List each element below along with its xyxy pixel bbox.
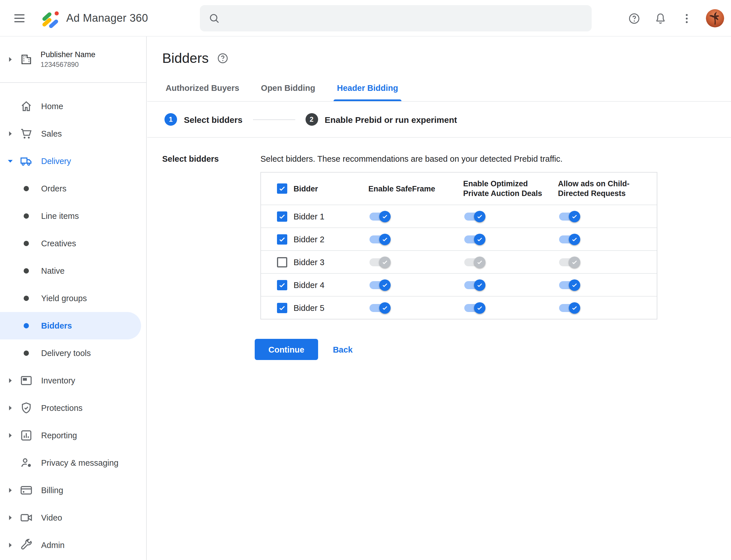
step-connector: [253, 119, 295, 120]
toggle-optimized-private-auction-deals[interactable]: [464, 258, 484, 266]
menu-icon[interactable]: [7, 5, 32, 31]
toggle-thumb-check-icon: [474, 302, 485, 313]
toggle-optimized-private-auction-deals[interactable]: [464, 304, 484, 312]
row-checkbox[interactable]: [277, 280, 287, 290]
chevron-down-icon[interactable]: [5, 155, 16, 167]
main-content: Bidders Authorized BuyersOpen BiddingHea…: [147, 37, 731, 560]
toggle-child-directed-requests[interactable]: [559, 304, 578, 312]
help-icon[interactable]: [622, 7, 645, 30]
notifications-bell-icon[interactable]: [649, 7, 672, 30]
truck-icon: [19, 154, 33, 168]
toggle-thumb-check-icon: [474, 233, 485, 245]
bullet-icon: [19, 319, 33, 333]
avatar[interactable]: [706, 9, 724, 27]
toggle-safeframe[interactable]: [369, 258, 389, 266]
toggle-child-directed-requests[interactable]: [559, 281, 578, 289]
sidebar-item-line-items[interactable]: Line items: [0, 202, 141, 230]
overflow-kebab-icon[interactable]: [675, 7, 698, 30]
tab-open-bidding[interactable]: Open Bidding: [261, 74, 315, 101]
chevron-right-icon[interactable]: [5, 539, 16, 551]
wrench-icon: [19, 538, 33, 552]
row-checkbox[interactable]: [277, 257, 287, 267]
sidebar-item-sales[interactable]: Sales: [0, 120, 141, 147]
chevron-right-icon[interactable]: [5, 485, 16, 496]
sidebar-item-label: Line items: [41, 211, 79, 221]
publisher-id: 1234567890: [41, 61, 95, 69]
bullet-icon: [19, 291, 33, 305]
sidebar-item-label: Delivery: [41, 157, 71, 166]
sidebar-item-delivery[interactable]: Delivery: [0, 147, 141, 175]
toggle-safeframe[interactable]: [369, 281, 389, 289]
select-bidders-section: Select bidders Select bidders. These rec…: [147, 138, 731, 360]
toggle-thumb-check-icon: [569, 279, 580, 291]
search-input[interactable]: [227, 5, 584, 31]
column-header-child-directed: Allow ads on Child-Directed Requests: [558, 179, 657, 198]
chevron-right-icon[interactable]: [5, 402, 16, 414]
section-description: Select bidders. These recommendations ar…: [261, 153, 731, 165]
sidebar-item-billing[interactable]: Billing: [0, 477, 141, 504]
step-2-label: Enable Prebid or run experiment: [325, 115, 457, 124]
row-checkbox[interactable]: [277, 303, 287, 313]
chevron-spacer: [5, 183, 16, 194]
table-row-bidder-3: Bidder 3: [261, 250, 657, 273]
sidebar-item-label: Inventory: [41, 376, 75, 385]
page-title: Bidders: [162, 50, 209, 66]
back-button[interactable]: Back: [333, 345, 353, 354]
table-header-row: Bidder Enable SafeFrame Enable Optimized…: [261, 173, 657, 205]
toggle-safeframe[interactable]: [369, 212, 389, 220]
publisher-switcher[interactable]: Publisher Name 1234567890: [0, 37, 146, 82]
sidebar-item-delivery-tools[interactable]: Delivery tools: [0, 339, 141, 367]
toggle-child-directed-requests[interactable]: [559, 258, 578, 266]
chevron-right-icon[interactable]: [5, 54, 16, 65]
toggle-optimized-private-auction-deals[interactable]: [464, 281, 484, 289]
chevron-right-icon[interactable]: [5, 512, 16, 523]
toggle-optimized-private-auction-deals[interactable]: [464, 235, 484, 243]
chevron-spacer: [5, 457, 16, 469]
bullet-icon: [19, 182, 33, 195]
toggle-safeframe[interactable]: [369, 235, 389, 243]
search-bar[interactable]: [200, 5, 592, 31]
sidebar-item-label: Billing: [41, 486, 63, 495]
chevron-right-icon[interactable]: [5, 430, 16, 441]
row-checkbox[interactable]: [277, 234, 287, 244]
sidebar-item-orders[interactable]: Orders: [0, 175, 141, 202]
sidebar-item-native[interactable]: Native: [0, 257, 141, 285]
toggle-child-directed-requests[interactable]: [559, 235, 578, 243]
toggle-child-directed-requests[interactable]: [559, 212, 578, 220]
toggle-optimized-private-auction-deals[interactable]: [464, 212, 484, 220]
window-icon: [19, 374, 33, 387]
sidebar-item-bidders[interactable]: Bidders: [0, 312, 141, 339]
sidebar-item-creatives[interactable]: Creatives: [0, 230, 141, 257]
tab-header-bidding[interactable]: Header Bidding: [337, 74, 398, 101]
card-icon: [19, 483, 33, 497]
bidder-name: Bidder 4: [294, 280, 368, 289]
tab-authorized-buyers[interactable]: Authorized Buyers: [166, 74, 239, 101]
row-checkbox[interactable]: [277, 211, 287, 221]
page-help-icon[interactable]: [217, 52, 229, 65]
sidebar-item-label: Orders: [41, 184, 67, 193]
building-icon: [19, 53, 33, 66]
chevron-right-icon[interactable]: [5, 128, 16, 139]
sidebar-item-protections[interactable]: Protections: [0, 394, 141, 422]
sidebar-item-yield-groups[interactable]: Yield groups: [0, 285, 141, 312]
toggle-thumb-check-icon: [379, 256, 390, 268]
continue-button[interactable]: Continue: [255, 339, 318, 360]
chevron-spacer: [5, 265, 16, 277]
sidebar-item-label: Video: [41, 513, 62, 522]
section-label: Select bidders: [162, 153, 261, 360]
select-all-checkbox[interactable]: [277, 183, 287, 194]
sidebar-item-home[interactable]: Home: [0, 93, 141, 120]
sidebar-item-admin[interactable]: Admin: [0, 531, 141, 559]
sidebar-item-reporting[interactable]: Reporting: [0, 422, 141, 449]
toggle-safeframe[interactable]: [369, 304, 389, 312]
chevron-right-icon[interactable]: [5, 375, 16, 386]
sidebar-item-privacy-messaging[interactable]: Privacy & messaging: [0, 449, 141, 477]
sidebar-item-label: Home: [41, 102, 63, 111]
home-icon: [19, 99, 33, 113]
bidder-name: Bidder 1: [294, 212, 368, 221]
sidebar-item-inventory[interactable]: Inventory: [0, 367, 141, 394]
step-1-label: Select bidders: [184, 115, 243, 124]
person-icon: [19, 456, 33, 470]
sidebar-item-video[interactable]: Video: [0, 504, 141, 531]
toggle-thumb-check-icon: [379, 233, 390, 245]
